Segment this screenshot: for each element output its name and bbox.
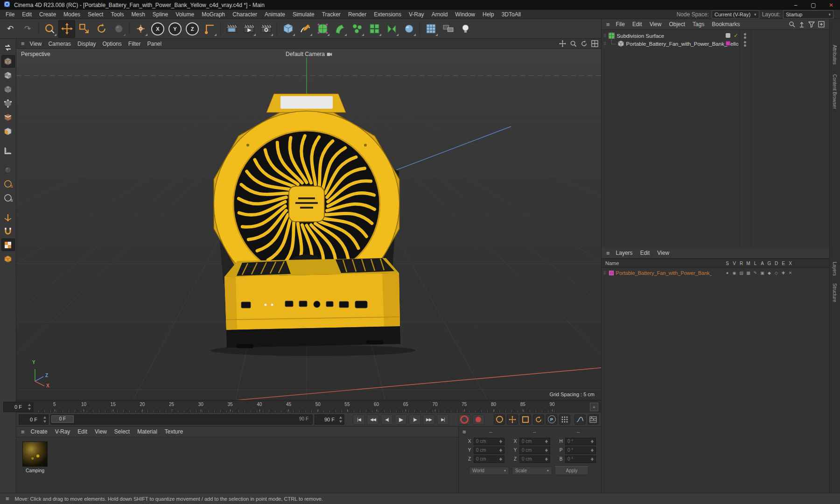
size-x-field[interactable]: 0 cm [519, 438, 550, 445]
render-view-button[interactable] [223, 20, 240, 38]
drag-handle-icon[interactable]: ⠿ [603, 271, 608, 275]
render-settings-button[interactable] [258, 20, 274, 38]
layers-menu-view[interactable]: View [654, 250, 672, 256]
menu-tracker[interactable]: Tracker [318, 11, 344, 18]
range-start-field[interactable]: 0 F [19, 414, 49, 425]
viewport-solo-off-button[interactable] [1, 163, 15, 176]
filter-icon[interactable] [808, 21, 815, 28]
object-row-fan[interactable]: ⠿ Portable_Battery_Fan_with_Power_Bank_Y… [602, 40, 829, 48]
enable-snap-button[interactable] [1, 224, 15, 237]
menu-help[interactable]: Help [479, 11, 498, 18]
vp-menu-filter[interactable]: Filter [125, 41, 144, 47]
tab-content-browser[interactable]: Content Browser [832, 74, 837, 109]
close-button[interactable]: ✕ [822, 0, 840, 10]
om-menu-bookmarks[interactable]: Bookmarks [708, 21, 743, 28]
points-mode-button[interactable] [1, 97, 15, 110]
maximize-button[interactable]: ▢ [805, 0, 822, 10]
camera-label[interactable]: Default Camera [286, 51, 332, 57]
display-tag[interactable] [726, 33, 730, 38]
viewport-3d[interactable]: Perspective Default Camera Grid Spacing … [16, 49, 601, 400]
layers-menu-layers[interactable]: Layers [613, 250, 636, 256]
object-manager-menu-icon[interactable]: ≡ [604, 21, 612, 28]
om-menu-object[interactable]: Object [665, 21, 688, 28]
visibility-dots[interactable] [744, 33, 746, 39]
size-z-field[interactable]: 0 cm [519, 455, 550, 463]
solo-flag-icon[interactable]: ● [724, 271, 731, 275]
mat-menu-create[interactable]: Create [28, 428, 51, 435]
menu-simulate[interactable]: Simulate [289, 11, 318, 18]
layers-menu-icon[interactable]: ≡ [604, 250, 612, 257]
vp-menu-options[interactable]: Options [99, 41, 125, 47]
deformer-button[interactable] [331, 20, 348, 38]
menu-file[interactable]: File [2, 11, 18, 18]
goto-start-button[interactable]: |◀ [353, 414, 365, 425]
tab-layers[interactable]: Layers [832, 262, 837, 276]
next-frame-button[interactable]: |▶ [409, 414, 421, 425]
node-space-select[interactable]: Current (V-Ray) ▾ [712, 10, 759, 19]
enable-axis-button[interactable] [1, 210, 15, 223]
polygons-mode-button[interactable] [1, 125, 15, 138]
viewport-menu-icon[interactable]: ≡ [19, 40, 27, 47]
subdivision-surface-button[interactable] [314, 20, 331, 38]
z-axis-lock-button[interactable]: Z [184, 20, 201, 38]
metaball-button[interactable] [400, 20, 417, 38]
make-editable-button[interactable] [1, 41, 15, 54]
mat-menu-material[interactable]: Material [134, 428, 161, 435]
spinner[interactable] [43, 416, 47, 423]
minimize-button[interactable]: – [787, 0, 805, 10]
layer-color-swatch[interactable] [609, 271, 614, 275]
coordinates-menu-icon[interactable]: ≡ [461, 428, 468, 435]
spinner[interactable] [590, 439, 595, 444]
material-item[interactable]: Camping [22, 441, 48, 473]
world-select[interactable]: World▾ [469, 467, 509, 475]
menu-select[interactable]: Select [84, 11, 107, 18]
lock-flag-icon[interactable]: ✎ [752, 271, 759, 275]
vp-menu-cameras[interactable]: Cameras [45, 41, 74, 47]
tab-attributes[interactable]: Attributes [832, 45, 837, 64]
rotation-p-field[interactable]: 0 ° [565, 447, 596, 454]
menu-spline[interactable]: Spline [149, 11, 172, 18]
viewport-solo-hierarchy-button[interactable]: S [1, 191, 15, 204]
menu-extensions[interactable]: Extensions [370, 11, 405, 18]
edges-mode-button[interactable] [1, 111, 15, 124]
menu-character[interactable]: Character [229, 11, 261, 18]
position-y-field[interactable]: 0 cm [474, 447, 504, 454]
workplane-snap-button[interactable] [1, 252, 15, 265]
menu-tools[interactable]: Tools [107, 11, 127, 18]
preview-range-slider[interactable]: 0 F 90 F [50, 414, 313, 425]
rotation-h-field[interactable]: 0 ° [565, 438, 596, 445]
previous-key-button[interactable]: ◀◀ [367, 414, 379, 425]
move-axis-tool[interactable] [132, 20, 149, 38]
workplane-button[interactable] [1, 144, 15, 157]
spinner[interactable] [545, 457, 549, 462]
viewport-solo-single-button[interactable]: S [1, 177, 15, 190]
material-menu-icon[interactable]: ≡ [19, 428, 27, 435]
rotation-b-field[interactable]: 0 ° [565, 455, 596, 463]
record-scale-toggle[interactable] [520, 414, 531, 425]
menu-window[interactable]: Window [451, 11, 479, 18]
deformers-flag-icon[interactable]: ◇ [773, 271, 780, 275]
spline-pen-button[interactable] [297, 20, 314, 38]
drag-handle-icon[interactable]: ⠿ [603, 42, 608, 46]
position-x-field[interactable]: 0 cm [474, 438, 504, 445]
status-menu-icon[interactable]: ≡ [4, 495, 11, 502]
layer-row[interactable]: ⠿ Portable_Battery_Fan_with_Power_Bank_Y… [602, 269, 829, 277]
move-tool[interactable] [58, 20, 75, 38]
view-label[interactable]: Perspective [21, 51, 50, 57]
drag-handle-icon[interactable]: ⠿ [603, 34, 608, 38]
range-end-field[interactable]: 90 F [315, 414, 344, 425]
x-axis-lock-button[interactable]: X [149, 20, 166, 38]
quantize-button[interactable] [1, 238, 15, 251]
slider-handle[interactable]: 0 F [51, 415, 74, 423]
previous-frame-button[interactable]: ◀| [381, 414, 393, 425]
size-y-field[interactable]: 0 cm [519, 447, 550, 454]
mat-menu-edit[interactable]: Edit [74, 428, 91, 435]
uv-mode-button[interactable] [1, 83, 15, 96]
menu-create[interactable]: Create [35, 11, 60, 18]
record-rotation-toggle[interactable] [533, 414, 544, 425]
spinner[interactable] [545, 439, 549, 444]
menu-3dtoall[interactable]: 3DToAll [498, 11, 525, 18]
redo-button[interactable]: ↷ [19, 20, 36, 38]
goto-end-button[interactable]: ▶| [437, 414, 449, 425]
coordinate-system-button[interactable] [201, 20, 218, 38]
